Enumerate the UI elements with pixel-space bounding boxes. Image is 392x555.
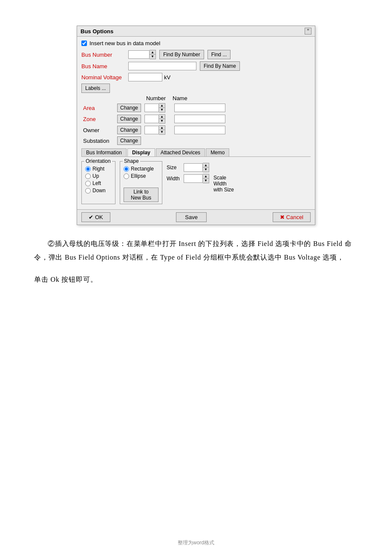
- orientation-right-row: Right: [85, 166, 112, 172]
- owner-number-cell: 1 ▲ ▼: [143, 124, 173, 136]
- orientation-right-label: Right: [92, 166, 104, 172]
- spinner-up[interactable]: ▲: [150, 50, 156, 55]
- orientation-left-radio[interactable]: [85, 181, 91, 186]
- tabs: Bus Information Display Attached Devices…: [81, 148, 311, 157]
- owner-name-input[interactable]: 1: [174, 126, 225, 134]
- nominal-voltage-label: Nominal Voltage: [81, 74, 128, 81]
- width-label: Width: [167, 176, 182, 182]
- area-name-cell: Home: [173, 102, 311, 113]
- dialog-footer: ✔ OK Save ✖ Cancel: [77, 209, 315, 225]
- cancel-button[interactable]: ✖ Cancel: [273, 212, 311, 222]
- owner-name-cell: 1: [173, 124, 311, 136]
- zone-name-cell: 1: [173, 113, 311, 124]
- bus-name-input[interactable]: Bus 3: [128, 62, 196, 70]
- spinner-down[interactable]: ▼: [150, 55, 156, 59]
- link-btn-container: Link to New Bus: [124, 184, 159, 202]
- area-spinner-down[interactable]: ▼: [159, 108, 165, 112]
- paragraph-2: 单击 Ok 按钮即可。: [34, 273, 358, 286]
- area-number-input[interactable]: 1: [144, 104, 159, 112]
- col-name-header: Name: [173, 95, 187, 101]
- shape-ellipse-label: Ellipse: [131, 173, 146, 179]
- shape-label: Shape: [123, 158, 140, 164]
- orientation-down-radio[interactable]: [85, 188, 91, 194]
- paragraph-1: ②插入母线的电压等级：在菜单栏中打开 Insert 的下拉列表，选择 Field…: [34, 237, 358, 264]
- orientation-up-radio[interactable]: [85, 173, 91, 179]
- substation-row: Substation Change: [81, 136, 311, 146]
- owner-label: Owner: [81, 124, 115, 136]
- zone-change-cell: Change: [115, 113, 143, 124]
- shape-ellipse-radio[interactable]: [124, 173, 129, 179]
- width-spinner-up[interactable]: ▲: [203, 174, 209, 179]
- find-by-name-button[interactable]: Find By Name: [200, 61, 240, 71]
- zone-spinner-down[interactable]: ▼: [159, 119, 165, 123]
- orientation-down-label: Down: [92, 188, 106, 194]
- area-row: Area Change 1 ▲ ▼ H: [81, 102, 311, 113]
- nominal-voltage-input[interactable]: 16.00: [128, 73, 162, 81]
- area-number-cell: 1 ▲ ▼: [143, 102, 173, 113]
- size-input[interactable]: 5.00: [184, 163, 203, 172]
- zone-change-button[interactable]: Change: [117, 115, 141, 123]
- tab-display[interactable]: Display: [127, 148, 155, 156]
- close-icon[interactable]: ": [305, 28, 311, 35]
- dialog-titlebar: Bus Options ": [77, 26, 315, 37]
- area-label: Area: [81, 102, 115, 113]
- col-number-header: Number: [141, 95, 171, 101]
- size-label: Size: [167, 165, 182, 171]
- width-input[interactable]: 0.400: [184, 174, 203, 183]
- cancel-label: Cancel: [286, 214, 303, 220]
- shape-group: Shape Rectangle Ellipse Link to New Bus: [120, 161, 162, 204]
- size-row: Size 5.00 ▲ ▼: [167, 163, 209, 172]
- bus-number-input[interactable]: 3: [128, 50, 150, 59]
- display-tab-content: Orientation Right Up Left Down: [81, 159, 311, 206]
- size-spinner-down[interactable]: ▼: [203, 168, 209, 172]
- bus-name-row: Bus Name Bus 3 Find By Name: [81, 61, 311, 71]
- bus-options-dialog: Bus Options " Insert new bus in data mod…: [77, 26, 315, 225]
- zone-number-input[interactable]: 1: [144, 115, 159, 123]
- orientation-up-row: Up: [85, 173, 112, 179]
- orientation-left-label: Left: [92, 180, 101, 186]
- orientation-label: Orientation: [84, 158, 112, 164]
- scale-area: Scale Width with Size: [213, 161, 234, 204]
- tab-attached-devices[interactable]: Attached Devices: [156, 148, 205, 156]
- area-change-button[interactable]: Change: [117, 104, 141, 112]
- width-spinner-down[interactable]: ▼: [203, 179, 209, 183]
- shape-rectangle-label: Rectangle: [131, 166, 154, 172]
- area-change-cell: Change: [115, 102, 143, 113]
- shape-rectangle-row: Rectangle: [124, 166, 159, 172]
- orientation-right-radio[interactable]: [85, 166, 91, 172]
- with-size-label: with Size: [213, 187, 234, 193]
- find-by-number-button[interactable]: Find By Number: [159, 50, 204, 59]
- zone-name-input[interactable]: 1: [174, 115, 225, 123]
- dialog-body: Insert new bus in data model Bus Number …: [77, 37, 315, 209]
- ok-button[interactable]: ✔ OK: [81, 212, 110, 222]
- save-button[interactable]: Save: [176, 212, 207, 222]
- bus-name-label: Bus Name: [81, 63, 128, 69]
- orientation-up-label: Up: [92, 173, 99, 179]
- nominal-voltage-row: Nominal Voltage 16.00 kV: [81, 73, 311, 81]
- width-with-size-label: Width: [213, 181, 234, 187]
- num-name-header: Number Name: [141, 95, 311, 101]
- bus-number-row: Bus Number 3 ▲ ▼ Find By Number Find ...: [81, 50, 311, 59]
- owner-change-button[interactable]: Change: [117, 126, 141, 134]
- scale-label: Scale: [213, 175, 234, 181]
- cancel-x-icon: ✖: [280, 214, 285, 220]
- area-spinner-up[interactable]: ▲: [159, 104, 165, 108]
- tab-bus-information[interactable]: Bus Information: [81, 148, 127, 156]
- spinner-buttons: ▲ ▼: [150, 50, 156, 59]
- size-spinner-up[interactable]: ▲: [203, 163, 209, 168]
- insert-checkbox[interactable]: [81, 40, 87, 46]
- owner-spinner-down[interactable]: ▼: [159, 130, 165, 134]
- owner-number-input[interactable]: 1: [144, 126, 159, 134]
- bus-number-spinner[interactable]: 3 ▲ ▼: [128, 50, 156, 59]
- substation-change-button[interactable]: Change: [117, 136, 141, 145]
- link-to-new-bus-button[interactable]: Link to New Bus: [124, 188, 159, 202]
- tab-memo[interactable]: Memo: [206, 148, 229, 156]
- zone-spinner-up[interactable]: ▲: [159, 115, 165, 119]
- find-ellipsis-button[interactable]: Find ...: [208, 50, 231, 59]
- shape-rectangle-radio[interactable]: [124, 166, 129, 172]
- orientation-left-row: Left: [85, 180, 112, 186]
- owner-spinner-up[interactable]: ▲: [159, 126, 165, 130]
- labels-button[interactable]: Labels ...: [81, 84, 110, 93]
- area-name-input[interactable]: Home: [174, 104, 225, 112]
- ok-check-icon: ✔: [89, 214, 93, 220]
